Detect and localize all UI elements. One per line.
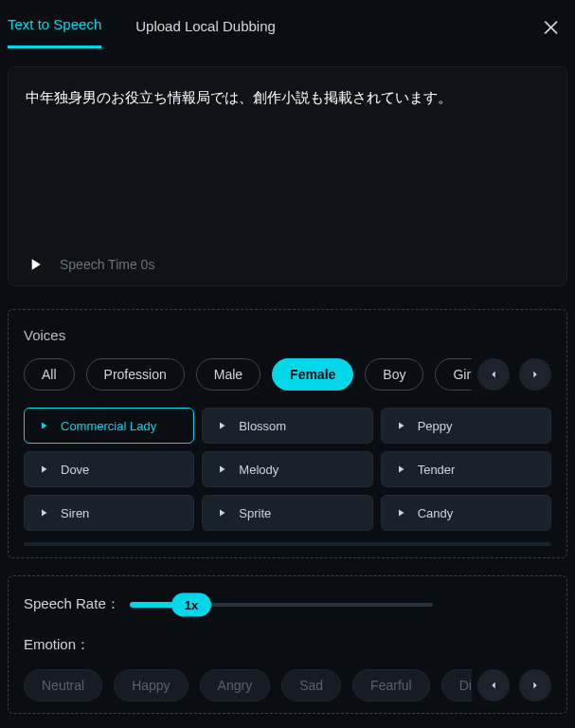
slider-fill <box>130 602 177 608</box>
voice-peppy[interactable]: Peppy <box>381 408 551 444</box>
emotion-happy[interactable]: Happy <box>114 669 188 701</box>
play-icon <box>395 464 406 475</box>
play-icon <box>395 507 406 519</box>
filter-profession[interactable]: Profession <box>86 358 185 391</box>
tab-text-to-speech[interactable]: Text to Speech <box>8 16 101 48</box>
play-icon <box>216 507 227 519</box>
voice-label: Tender <box>418 463 456 477</box>
play-icon <box>38 507 49 519</box>
emotion-next-button[interactable] <box>519 669 551 701</box>
voice-label: Dove <box>61 463 89 477</box>
filter-female[interactable]: Female <box>272 358 353 391</box>
emotion-angry[interactable]: Angry <box>200 669 271 701</box>
voice-dove[interactable]: Dove <box>24 451 194 487</box>
speech-time-label: Speech Time 0s <box>60 257 154 272</box>
voice-sprite[interactable]: Sprite <box>202 495 372 531</box>
voice-blossom[interactable]: Blossom <box>202 408 372 444</box>
filter-boy[interactable]: Boy <box>365 358 423 391</box>
voice-label: Melody <box>239 463 279 477</box>
voice-label: Siren <box>61 506 89 520</box>
filter-all[interactable]: All <box>24 358 75 391</box>
emotion-row: Neutral Happy Angry Sad Fearful Disguste… <box>24 669 551 701</box>
voice-grid: Commercial Lady Blossom Peppy Dove Melod… <box>24 408 551 546</box>
close-icon[interactable] <box>541 17 562 38</box>
play-icon <box>395 420 406 431</box>
voice-label: Commercial Lady <box>61 419 156 433</box>
tts-text-input[interactable]: 中年独身男のお役立ち情報局では、創作小説も掲載されています。 <box>26 88 549 247</box>
play-icon <box>216 420 227 431</box>
play-preview-button[interactable] <box>26 255 45 274</box>
emotion-prev-button[interactable] <box>477 669 510 701</box>
filter-next-button[interactable] <box>519 358 551 391</box>
slider-knob[interactable]: 1x <box>171 592 211 616</box>
voice-filter-row: All Profession Male Female Boy Girl <box>24 358 551 391</box>
voice-tender[interactable]: Tender <box>381 451 551 487</box>
emotion-fearful[interactable]: Fearful <box>352 669 430 701</box>
voice-scroll-indicator <box>24 542 551 546</box>
voices-panel: Voices All Profession Male Female Boy Gi… <box>8 309 567 558</box>
text-input-panel: 中年独身男のお役立ち情報局では、創作小説も掲載されています。 Speech Ti… <box>8 66 567 286</box>
voice-commercial-lady[interactable]: Commercial Lady <box>24 408 194 444</box>
filter-prev-button[interactable] <box>477 358 510 391</box>
play-icon <box>38 420 49 431</box>
play-icon <box>216 464 227 475</box>
filter-male[interactable]: Male <box>196 358 261 391</box>
emotion-sad[interactable]: Sad <box>281 669 341 701</box>
emotion-neutral[interactable]: Neutral <box>24 669 102 701</box>
speech-rate-slider[interactable]: 1x <box>130 601 433 609</box>
speech-rate-label: Speech Rate： <box>24 595 120 613</box>
emotion-label: Emotion： <box>24 636 551 654</box>
play-icon <box>38 464 49 475</box>
voice-label: Blossom <box>239 419 286 433</box>
voice-siren[interactable]: Siren <box>24 495 194 531</box>
settings-panel: Speech Rate： 1x Emotion： Neutral Happy A… <box>8 575 567 714</box>
voice-label: Candy <box>418 506 454 520</box>
voice-melody[interactable]: Melody <box>202 451 372 487</box>
voice-label: Sprite <box>239 506 271 520</box>
voice-label: Peppy <box>418 419 453 433</box>
tab-upload-local-dubbing[interactable]: Upload Local Dubbing <box>135 18 276 47</box>
voices-title: Voices <box>24 327 551 343</box>
voice-candy[interactable]: Candy <box>381 495 551 531</box>
